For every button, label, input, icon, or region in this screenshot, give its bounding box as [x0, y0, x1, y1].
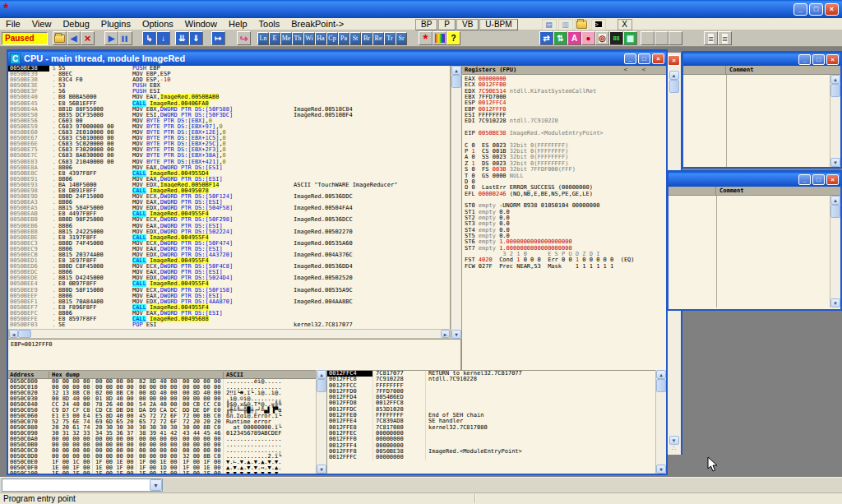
toolbar-restart-icon[interactable]: ◀ [67, 31, 81, 45]
disasm-row[interactable]: 0050BEF7.E8 F896F8FFCALL ImageRed.004955… [8, 305, 450, 311]
toolbar-report-list-icon[interactable]: ≡ [718, 31, 732, 45]
toolbar-help-icon[interactable]: ? [446, 31, 460, 45]
comment-window-top-titlebar[interactable]: _ □ × [683, 53, 840, 66]
command-input[interactable] [2, 479, 150, 491]
minimize-button[interactable]: _ [793, 3, 807, 16]
stack-row[interactable]: 0012FFFC00000000 [327, 455, 655, 460]
toolbar-counter-icon[interactable]: 88 [609, 31, 623, 45]
menu-breakpoint[interactable]: BreakPoint-> [285, 18, 349, 30]
stack-vscrollbar[interactable]: ▲ ▼ [655, 370, 666, 474]
scrollbar-thumb[interactable] [451, 75, 461, 88]
disasm-row[interactable]: 0050BE8C.E8 4397F8FFCALL ImageRed.004955… [8, 171, 450, 177]
column-header[interactable]: Comment [683, 66, 840, 75]
cpu-window-titlebar[interactable]: C CPU - main thread, module ImageRed _ □… [8, 51, 666, 66]
scrollbar-thumb[interactable] [18, 330, 31, 338]
toolbar-sync-arrows-icon[interactable]: ⇄ [539, 31, 553, 45]
disasm-row[interactable]: 0050BED6.8B0D C8F45000MOV ECX,DWORD PTR … [8, 264, 450, 270]
window-button-e[interactable]: E [269, 32, 280, 45]
toolbar-record-icon[interactable]: ● [581, 31, 595, 45]
plugin-button-vb[interactable]: VB [456, 19, 479, 30]
scroll-down-icon[interactable]: ▼ [830, 158, 840, 167]
register-row[interactable]: EFL 00000246 (NO,NB,E,BE,NS,PE,GE,LE) [465, 192, 666, 197]
dump-row[interactable]: 0050C1001F 00 1F 001F 00 1F 001F 00 1F 0… [8, 471, 316, 474]
disassembly-pane[interactable]: 0050BE38$55PUSH EBP0050BE39.8BECMOV EBP,… [8, 66, 451, 329]
scroll-right-icon[interactable]: ▶ [441, 330, 450, 338]
plugin-open-folder-icon[interactable] [575, 19, 590, 30]
comment-window-top[interactable]: _ □ × Comment ▲ ▼ [682, 51, 842, 169]
scroll-up-icon[interactable]: ▲ [317, 370, 326, 379]
disasm-row[interactable]: 0050BEC3.8B0D 74F45000MOV ECX,DWORD PTR … [8, 241, 450, 247]
dump-vscrollbar[interactable]: ▲ ▼ [316, 370, 326, 474]
window-button-ha[interactable]: Ha [315, 32, 326, 45]
cpu-window[interactable]: C CPU - main thread, module ImageRed _ □… [7, 49, 668, 475]
register-row[interactable]: EIP 0050BE38 ImageRed.<ModuleEntryPoint> [465, 131, 666, 136]
toolbar-updown-arrows-icon[interactable]: ⇅ [553, 31, 567, 45]
disassembly-vscrollbar[interactable]: ▲ ▼ [451, 66, 461, 339]
toolbar-animate-over-icon[interactable]: ⇓ [189, 31, 203, 45]
plugin-console-icon[interactable]: >_ [591, 19, 606, 30]
scroll-up-icon[interactable]: ▲ [669, 71, 679, 80]
window-button-ln[interactable]: Ln [257, 32, 269, 45]
toolbar-appearance-icon[interactable] [433, 31, 446, 45]
menu-plugins[interactable]: Plugins [95, 18, 136, 30]
disasm-row[interactable]: 0050BF03.5EPOP ESIkernel32.7C817077 [8, 322, 450, 328]
plugin-button-bp[interactable]: BP [415, 19, 437, 30]
scroll-down-icon[interactable]: ▼ [830, 298, 840, 307]
plugin-button-u-bpm[interactable]: U-BPM [479, 19, 517, 30]
window-button-br[interactable]: Br [361, 32, 372, 45]
toolbar-map-window-icon[interactable]: ▦ [623, 31, 637, 45]
disasm-row[interactable]: 0050BE38$55PUSH EBP [8, 66, 450, 72]
info-pane[interactable]: EBP=0012FFF0 [8, 339, 461, 370]
close-button[interactable]: × [825, 3, 839, 16]
command-combobox[interactable]: ▼ [2, 479, 163, 492]
scroll-down-icon[interactable]: ▼ [317, 465, 326, 474]
scroll-left-icon[interactable]: ◀ [9, 330, 18, 338]
window-button-tr[interactable]: Tr [384, 32, 396, 45]
resize-grip[interactable]: ∴ [669, 445, 679, 455]
scroll-up-icon[interactable]: ▲ [830, 75, 840, 84]
registers-header[interactable]: Registers (FPU) << [462, 66, 666, 75]
scroll-up-icon[interactable]: ▲ [451, 66, 461, 75]
register-row[interactable]: EDI 7C910228 ntdll.7C910228 [465, 118, 666, 124]
disasm-row[interactable]: 0050BEE9.8B0D 58F15000MOV ECX,DWORD PTR … [8, 288, 450, 294]
disasm-row[interactable]: 0050BEB0.8B0D 98F25000MOV ECX,DWORD PTR … [8, 217, 450, 223]
restore-icon[interactable]: □ [812, 54, 825, 65]
menu-tools[interactable]: Tools [253, 18, 286, 30]
disassembly-hscrollbar[interactable]: ◀ ▶ [8, 329, 451, 339]
toolbar-pause-icon[interactable]: ▌▌ [118, 31, 132, 45]
scroll-up-icon[interactable]: ▲ [656, 370, 666, 379]
window-button-pa[interactable]: Pa [338, 32, 349, 45]
scroll-down-icon[interactable]: ▼ [451, 330, 461, 339]
disasm-row[interactable]: 0050BEFE.E8 8597F8FFCALL ImageRed.004956… [8, 317, 450, 322]
comment-window-bottom-titlebar[interactable]: _ □ × [669, 172, 840, 187]
restore-icon[interactable]: □ [812, 174, 825, 185]
toolbar-step-into-icon[interactable]: ↳ [142, 31, 156, 45]
toolbar-animate-into-icon[interactable]: ⇊ [175, 31, 189, 45]
plugin-notes-icon[interactable]: ▤ [542, 19, 557, 30]
toolbar-spiral-icon[interactable]: ◎ [595, 31, 609, 45]
toolbar-goto-icon[interactable]: ↪ [237, 31, 251, 45]
collapse-icons[interactable]: << [624, 67, 664, 73]
scrollbar-thumb[interactable] [830, 84, 840, 97]
menu-window[interactable]: Window [179, 18, 223, 30]
window-button-th[interactable]: Th [292, 32, 303, 45]
window-button-me[interactable]: Me [280, 32, 292, 45]
scrollbar-thumb[interactable] [669, 80, 679, 93]
app-titlebar[interactable]: * _ □ × [0, 0, 842, 18]
minimize-icon[interactable]: _ [798, 174, 811, 185]
menu-view[interactable]: View [26, 18, 58, 30]
toolbar-close-program-icon[interactable]: × [81, 31, 95, 45]
minimize-icon[interactable]: _ [798, 54, 811, 65]
toolbar-log-list-icon[interactable]: ≡ [704, 31, 718, 45]
comment-window-bottom[interactable]: _ □ × Comment ▲ ▼ [667, 170, 842, 311]
menu-options[interactable]: Options [136, 18, 179, 30]
dump-pane[interactable]: Address Hex dump ASCII 0050C00000 00 00 … [8, 370, 316, 474]
column-header[interactable]: Comment [669, 187, 840, 196]
menu-file[interactable]: File [0, 18, 26, 30]
plugin-script-icon[interactable]: ▥ [558, 19, 573, 30]
close-icon[interactable]: × [826, 54, 839, 65]
window-button-cp[interactable]: Cp [326, 32, 338, 45]
scroll-down-icon[interactable]: ▼ [656, 465, 666, 474]
menu-help[interactable]: Help [223, 18, 253, 30]
disasm-row[interactable]: 0050BE9D.8B0D 24F15000MOV ECX,DWORD PTR … [8, 194, 450, 200]
